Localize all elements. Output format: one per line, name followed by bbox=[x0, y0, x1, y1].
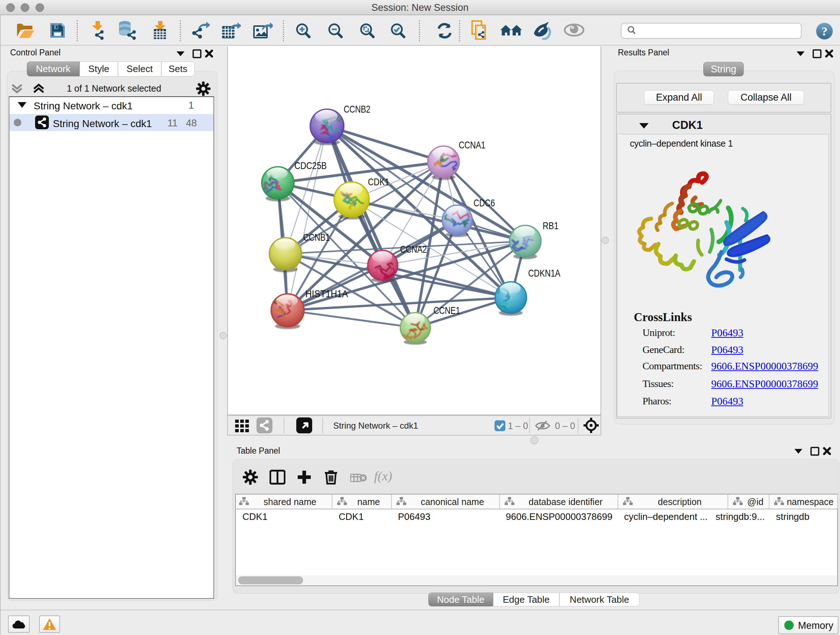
svg-text:?: ? bbox=[821, 25, 828, 38]
svg-text:HIST1H1A: HIST1H1A bbox=[305, 288, 348, 299]
svg-text:CDKN1A: CDKN1A bbox=[528, 268, 561, 279]
svg-text:CDC25B: CDC25B bbox=[294, 160, 327, 171]
svg-text:CCNE1: CCNE1 bbox=[433, 305, 460, 316]
svg-text:CDK1: CDK1 bbox=[368, 176, 389, 187]
svg-text:CCNB2: CCNB2 bbox=[344, 103, 370, 115]
svg-text:CCNB1: CCNB1 bbox=[303, 232, 330, 243]
svg-text:CCNA1: CCNA1 bbox=[459, 139, 485, 150]
svg-text:CCNA2: CCNA2 bbox=[400, 244, 427, 255]
svg-text:RB1: RB1 bbox=[543, 220, 559, 231]
svg-text:CDC6: CDC6 bbox=[474, 197, 495, 209]
